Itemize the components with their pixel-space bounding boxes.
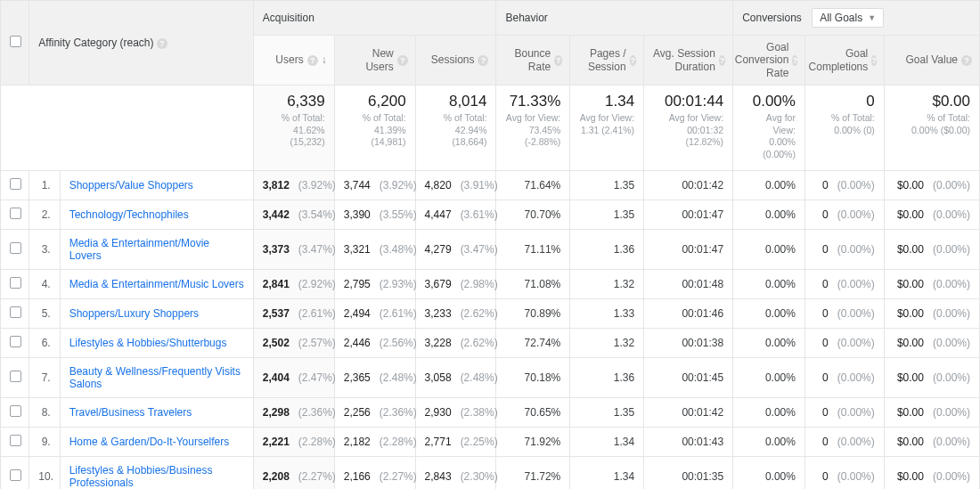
col-goal-completions[interactable]: Goal Completions ? (804, 36, 884, 86)
table-row: 7.Beauty & Wellness/Frequently Visits Sa… (1, 357, 980, 397)
row-checkbox-cell (1, 357, 29, 397)
cell-goal-conv-rate: 0.00% (733, 357, 805, 397)
col-sessions[interactable]: Sessions ? (415, 36, 496, 86)
cell-duration: 00:01:47 (644, 200, 733, 229)
cell-pages-session: 1.35 (570, 170, 644, 200)
cell-goal-value: $0.00(0.00%) (884, 170, 979, 200)
help-icon[interactable]: ? (792, 55, 797, 66)
row-category-cell: Lifestyles & Hobbies/Business Profession… (60, 456, 253, 489)
help-icon[interactable]: ? (157, 38, 167, 49)
row-checkbox[interactable] (10, 469, 21, 481)
conversions-goal-value: All Goals (820, 12, 862, 24)
cell-bounce: 71.64% (496, 170, 570, 200)
col-goal-value[interactable]: Goal Value ? (884, 36, 979, 86)
category-link[interactable]: Home & Garden/Do-It-Yourselfers (69, 436, 230, 448)
select-all-cell (1, 1, 29, 86)
sort-desc-icon: ↓ (322, 53, 327, 66)
cell-goal-conv-rate: 0.00% (733, 200, 805, 229)
category-link[interactable]: Media & Entertainment/Music Lovers (69, 278, 244, 290)
cell-goal-completions: 0(0.00%) (804, 170, 884, 200)
cell-goal-value: $0.00(0.00%) (884, 397, 979, 427)
cell-goal-value: $0.00(0.00%) (884, 200, 979, 229)
row-checkbox[interactable] (10, 208, 21, 219)
row-index: 9. (29, 427, 60, 456)
cell-pages-session: 1.34 (570, 427, 644, 456)
row-category-cell: Shoppers/Value Shoppers (60, 170, 253, 200)
cell-duration: 00:01:46 (644, 298, 733, 328)
cell-new-users: 2,256(2.36%) (334, 397, 415, 427)
chevron-down-icon: ▼ (868, 13, 876, 22)
cell-goal-completions: 0(0.00%) (804, 269, 884, 298)
row-index: 1. (29, 170, 60, 200)
help-icon[interactable]: ? (554, 55, 562, 66)
row-index: 10. (29, 456, 60, 489)
row-checkbox[interactable] (10, 435, 21, 446)
category-link[interactable]: Media & Entertainment/Movie Lovers (69, 237, 209, 262)
cell-goal-completions: 0(0.00%) (804, 298, 884, 328)
row-checkbox-cell (1, 200, 29, 229)
row-checkbox-cell (1, 269, 29, 298)
table-row: 1.Shoppers/Value Shoppers3,812(3.92%)3,7… (1, 170, 980, 200)
help-icon[interactable]: ? (961, 55, 972, 66)
help-icon[interactable]: ? (630, 55, 637, 66)
cell-sessions: 3,233(2.62%) (415, 298, 496, 328)
cell-bounce: 71.08% (496, 269, 570, 298)
category-link[interactable]: Travel/Business Travelers (69, 406, 192, 419)
cell-sessions: 2,771(2.25%) (415, 427, 496, 456)
help-icon[interactable]: ? (307, 55, 318, 66)
row-checkbox[interactable] (10, 336, 21, 347)
row-checkbox[interactable] (10, 242, 21, 254)
cell-bounce: 70.70% (496, 200, 570, 229)
row-category-cell: Beauty & Wellness/Frequently Visits Salo… (60, 357, 253, 397)
row-checkbox[interactable] (10, 277, 21, 289)
category-link[interactable]: Technology/Technophiles (69, 208, 189, 221)
col-bounce-rate[interactable]: Bounce Rate ? (496, 36, 570, 86)
col-new-users[interactable]: New Users ? (334, 36, 415, 86)
help-icon[interactable]: ? (478, 55, 488, 66)
cell-goal-conv-rate: 0.00% (733, 269, 805, 298)
row-category-cell: Shoppers/Luxury Shoppers (60, 298, 253, 328)
summary-goal-conv-rate: 0.00% Avg for View:0.00% (0.00%) (733, 86, 805, 171)
category-link[interactable]: Shoppers/Value Shoppers (69, 179, 193, 192)
col-avg-duration[interactable]: Avg. Session Duration ? (644, 36, 733, 86)
col-users[interactable]: Users ? ↓ (253, 36, 334, 86)
cell-goal-conv-rate: 0.00% (733, 298, 805, 328)
row-checkbox[interactable] (10, 405, 21, 417)
cell-users: 3,812(3.92%) (253, 170, 334, 200)
conversions-goal-selector[interactable]: All Goals ▼ (812, 8, 884, 28)
row-checkbox[interactable] (10, 371, 21, 382)
cell-users: 2,221(2.28%) (253, 427, 334, 456)
cell-goal-completions: 0(0.00%) (804, 328, 884, 357)
cell-sessions: 4,820(3.91%) (415, 170, 496, 200)
cell-users: 3,373(3.47%) (253, 229, 334, 269)
cell-new-users: 2,365(2.48%) (334, 357, 415, 397)
col-pages-session[interactable]: Pages / Session ? (570, 36, 644, 86)
category-link[interactable]: Shoppers/Luxury Shoppers (69, 307, 199, 320)
select-all-checkbox[interactable] (10, 36, 21, 47)
row-category-cell: Lifestyles & Hobbies/Shutterbugs (60, 328, 253, 357)
category-link[interactable]: Lifestyles & Hobbies/Shutterbugs (69, 337, 227, 349)
cell-goal-completions: 0(0.00%) (804, 357, 884, 397)
row-checkbox[interactable] (10, 178, 21, 190)
help-icon[interactable]: ? (719, 55, 725, 66)
col-goal-conv-rate[interactable]: Goal Conversion Rate ? (733, 36, 805, 86)
cell-goal-value: $0.00(0.00%) (884, 298, 979, 328)
row-checkbox[interactable] (10, 306, 21, 318)
summary-bounce-rate: 71.33% Avg for View:73.45%(-2.88%) (496, 86, 570, 171)
cell-sessions: 3,679(2.98%) (415, 269, 496, 298)
category-link[interactable]: Lifestyles & Hobbies/Business Profession… (69, 464, 213, 489)
cell-sessions: 3,228(2.62%) (415, 328, 496, 357)
cell-bounce: 71.72% (496, 456, 570, 489)
cell-pages-session: 1.33 (570, 298, 644, 328)
cell-goal-value: $0.00(0.00%) (884, 229, 979, 269)
primary-dimension-label: Affinity Category (reach) (38, 37, 153, 49)
category-link[interactable]: Beauty & Wellness/Frequently Visits Salo… (69, 365, 241, 390)
help-icon[interactable]: ? (397, 55, 408, 66)
group-conversions: Conversions All Goals ▼ (733, 1, 980, 36)
primary-dimension-header[interactable]: Affinity Category (reach) ? (29, 1, 254, 86)
row-category-cell: Technology/Technophiles (60, 200, 253, 229)
cell-users: 2,404(2.47%) (253, 357, 334, 397)
cell-sessions: 3,058(2.48%) (415, 357, 496, 397)
cell-bounce: 71.92% (496, 427, 570, 456)
help-icon[interactable]: ? (871, 55, 877, 66)
